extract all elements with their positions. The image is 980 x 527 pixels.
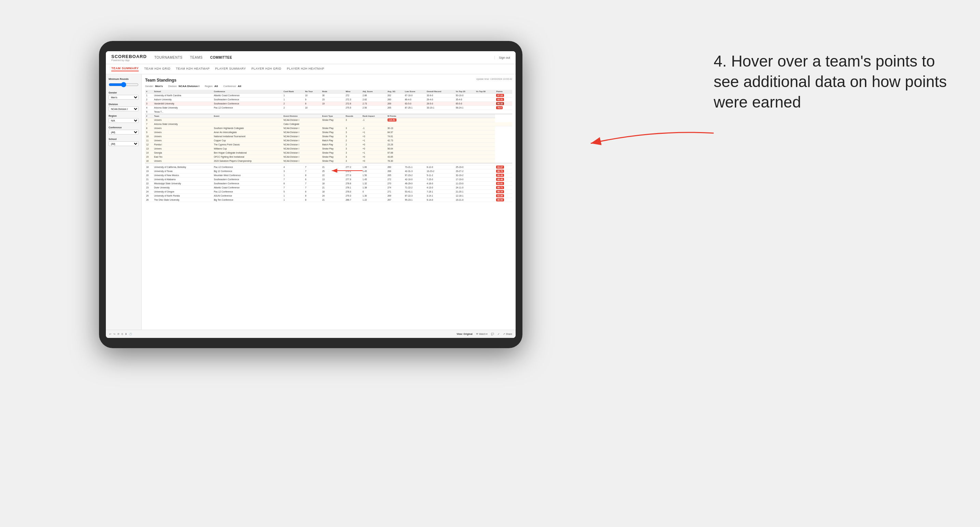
cell-points[interactable]: 93.31 xyxy=(495,98,512,102)
share-button[interactable]: ↗ Share xyxy=(503,333,512,335)
exp-cell-num: 7 xyxy=(145,122,153,126)
cell-rank: 18 xyxy=(145,165,153,169)
expand-button[interactable]: ⤢ xyxy=(498,333,500,335)
table-row[interactable]: 24 University of Oregon Pac-12 Conferenc… xyxy=(145,190,512,194)
nav-committee[interactable]: COMMITTEE xyxy=(209,56,233,59)
conference-select[interactable]: (All) xyxy=(108,130,138,135)
comment-button[interactable]: 💬 xyxy=(491,333,494,335)
cell-conf: Pac-12 Conference xyxy=(213,106,282,110)
exp-cell-points: 30-13 xyxy=(387,126,495,130)
sidebar-conference: Conference (All) xyxy=(108,126,138,135)
download-button[interactable]: ⬇ xyxy=(125,333,127,335)
exp-cell-event: Williams Cup xyxy=(213,147,282,151)
exp-cell-team: Univers xyxy=(153,147,213,151)
tab-team-h2h-heatmap[interactable]: TEAM H2H HEATMAP xyxy=(176,67,210,71)
filter-gender: Gender: Men's xyxy=(145,85,163,88)
reset-button[interactable]: ⟳ xyxy=(118,333,119,335)
table-row[interactable]: 22 Mississippi State University Southeas… xyxy=(145,182,512,186)
gender-select[interactable]: Men's xyxy=(108,95,138,100)
cell-overall: 13-23-2 xyxy=(425,169,455,173)
cell-vs50 xyxy=(475,186,495,190)
table-row[interactable]: 25 University of North Florida ASUN Conf… xyxy=(145,194,512,198)
cell-points[interactable]: 78.5 xyxy=(495,106,512,110)
cell-points[interactable]: 88.48 xyxy=(495,178,512,182)
cell-vs50 xyxy=(475,194,495,198)
redo-button[interactable]: ↪ xyxy=(113,333,115,335)
cell-points[interactable]: 83.07 xyxy=(495,165,512,169)
cell-conf-rank: 7 xyxy=(282,186,304,190)
cell-conf: Pac-12 Conference xyxy=(213,190,282,194)
school-select[interactable]: (All) xyxy=(108,141,138,146)
exp-cell-rounds: 3 xyxy=(345,151,362,155)
tab-player-h2h-grid[interactable]: PLAYER H2H GRID xyxy=(251,67,282,71)
cell-conf: Southeastern Conference xyxy=(213,102,282,106)
cell-points[interactable]: 83.81 xyxy=(495,182,512,186)
table-row[interactable]: 4 Arizona State University Pac-12 Confer… xyxy=(145,106,512,110)
table-row[interactable]: 26 The Ohio State University Big Ten Con… xyxy=(145,198,512,202)
cell-rnds: 19 xyxy=(321,102,345,106)
cell-points[interactable]: 88.49 xyxy=(495,173,512,178)
tab-player-h2h-heatmap[interactable]: PLAYER H2H HEATMAP xyxy=(287,67,325,71)
exp-cell-rounds: 3 xyxy=(345,130,362,135)
exp-cell-event: Amer An Intercollegiate xyxy=(213,130,282,135)
region-select[interactable]: N/A xyxy=(108,118,138,123)
sidebar-school: School (All) xyxy=(108,138,138,146)
copy-button[interactable]: ⎘ xyxy=(122,333,123,335)
watch-button[interactable]: 👁 Watch ▾ xyxy=(476,333,488,335)
cell-school: University of New Mexico xyxy=(153,173,213,178)
exp-col-event: Event xyxy=(213,114,282,118)
cell-points[interactable]: 83.89 xyxy=(495,194,512,198)
cell-points[interactable]: 88.70 xyxy=(495,169,512,173)
cell-overall: 4-13-0 xyxy=(425,186,455,190)
cell-conf: Mountain West Conference xyxy=(213,173,282,178)
cell-conf-rank: 4 xyxy=(282,165,304,169)
cell-avg-sg: 266 xyxy=(387,169,404,173)
cell-low-score: 71-22-2 xyxy=(404,186,426,190)
tab-player-summary[interactable]: PLAYER SUMMARY xyxy=(215,67,246,71)
col-wins: Wins xyxy=(345,90,362,94)
main-content: Minimum Rounds Gender Men's Division NCA… xyxy=(106,75,515,330)
division-select[interactable]: NCAA Division I xyxy=(108,106,138,111)
table-row[interactable]: 3 Vanderbilt University Southeastern Con… xyxy=(145,102,512,106)
tab-team-h2h-grid[interactable]: TEAM H2H GRID xyxy=(144,67,170,71)
table-row[interactable]: 1 University of North Carolina Atlantic … xyxy=(145,94,512,98)
table-row[interactable]: 5 Texas T... xyxy=(145,110,512,114)
clock-button[interactable]: 🕐 xyxy=(129,333,132,335)
exp-cell-team: Univers xyxy=(153,159,213,163)
cell-low-score: 55-23-1 xyxy=(404,198,426,202)
cell-vs50 xyxy=(475,106,495,110)
table-row[interactable]: 2 Auburn University Southeastern Confere… xyxy=(145,98,512,102)
min-rounds-slider[interactable] xyxy=(108,82,138,87)
nav-tournaments[interactable]: TOURNAMENTS xyxy=(154,56,183,59)
tab-team-summary[interactable]: TEAM SUMMARY xyxy=(111,67,138,71)
red-arrow xyxy=(326,167,367,174)
cell-overall: 7-19-1 xyxy=(425,190,455,194)
cell-points[interactable]: 88.34 xyxy=(495,190,512,194)
col-conference: Conference xyxy=(213,90,282,94)
cell-no-tour: 6 xyxy=(304,190,321,194)
cell-points[interactable]: 80.94 xyxy=(495,198,512,202)
exp-cell-type: Match Play xyxy=(321,138,345,143)
exp-cell-points: 78.30 xyxy=(387,159,495,163)
exp-cell-event: Copper Cup xyxy=(213,138,282,143)
cell-adj-score: 1.45 xyxy=(362,178,387,182)
cell-avg-sg: 260 xyxy=(387,165,404,169)
sidebar-region: Region N/A xyxy=(108,115,138,123)
exp-cell-rank: +1 xyxy=(362,151,387,155)
cell-points[interactable]: 97.03 xyxy=(495,94,512,98)
cell-rank: 25 xyxy=(145,194,153,198)
exp-cell-rounds: 3 xyxy=(345,147,362,151)
nav-teams[interactable]: TEAMS xyxy=(189,56,203,59)
exp-cell-num: 9 xyxy=(145,130,153,135)
cell-avg-sg: 267 xyxy=(387,198,404,202)
cell-wins: 279.3 xyxy=(345,194,362,198)
cell-points[interactable]: 88.71 xyxy=(495,186,512,190)
cell-points[interactable]: 90.32 xyxy=(495,102,512,106)
exp-col-num: # xyxy=(145,114,153,118)
table-row[interactable]: 21 University of Alabama Southeastern Co… xyxy=(145,178,512,182)
table-row[interactable]: 23 Duke University Atlantic Coast Confer… xyxy=(145,186,512,190)
sign-out-button[interactable]: Sign out xyxy=(495,56,510,59)
cell-low-score: 42-31-3 xyxy=(404,169,426,173)
view-selector[interactable]: View: Original xyxy=(457,333,473,335)
undo-button[interactable]: ↩ xyxy=(109,333,111,335)
